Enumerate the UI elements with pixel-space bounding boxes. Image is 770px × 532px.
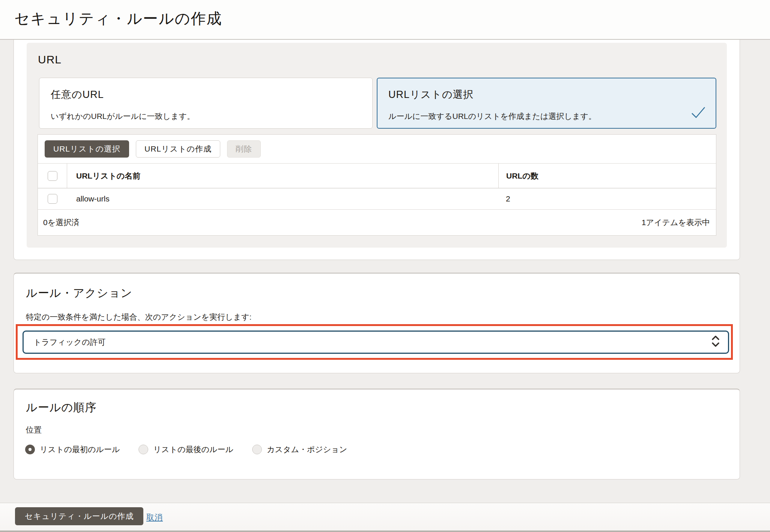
create-url-list-button[interactable]: URLリストの作成: [136, 140, 220, 158]
position-label: 位置: [26, 425, 42, 435]
url-list-box: URLリストの選択 URLリストの作成 削除 URLリストの名前 URLの数 a…: [38, 134, 716, 236]
position-radio-group: リストの最初のルール リストの最後のルール カスタム・ポジション: [25, 444, 347, 455]
table-row[interactable]: allow-urls 2: [38, 188, 716, 210]
radio-label: リストの最後のルール: [153, 444, 233, 455]
radio-last-rule[interactable]: リストの最後のルール: [138, 444, 233, 455]
check-icon: [691, 106, 706, 120]
rule-action-panel: ルール・アクション 特定の一致条件を満たした場合、次のアクションを実行します: …: [14, 273, 740, 373]
radio-selected-icon[interactable]: [25, 445, 35, 454]
rule-action-select-value: トラフィックの許可: [33, 337, 105, 347]
page-title: セキュリティ・ルールの作成: [14, 8, 222, 29]
header-checkbox-cell: [38, 164, 67, 188]
url-option-cards: 任意のURL いずれかのURLがルールに一致します。 URLリストの選択 ルール…: [39, 78, 716, 129]
option-card-title: 任意のURL: [51, 88, 361, 101]
column-header-name: URLリストの名前: [67, 164, 498, 188]
url-panel: URL 任意のURL いずれかのURLがルールに一致します。 URLリストの選択…: [14, 40, 740, 260]
option-card-title: URLリストの選択: [388, 88, 705, 101]
row-count-cell: 2: [498, 188, 716, 209]
option-card-any-url[interactable]: 任意のURL いずれかのURLがルールに一致します。: [39, 78, 373, 129]
rule-order-panel: ルールの順序 位置 リストの最初のルール リストの最後のルール カスタム・ポジシ…: [14, 389, 740, 479]
rule-action-description: 特定の一致条件を満たした場合、次のアクションを実行します:: [26, 312, 251, 322]
row-checkbox[interactable]: [48, 194, 57, 204]
row-name-cell: allow-urls: [67, 188, 498, 209]
option-card-select-url-list[interactable]: URLリストの選択 ルールに一致するURLのリストを作成または選択します。: [377, 78, 716, 129]
selected-count-status: 0を選択済: [43, 217, 79, 228]
rule-action-heading: ルール・アクション: [26, 286, 132, 301]
delete-button[interactable]: 削除: [227, 140, 261, 158]
url-section: URL 任意のURL いずれかのURLがルールに一致します。 URLリストの選択…: [27, 43, 727, 248]
items-shown-status: 1アイテムを表示中: [642, 217, 710, 228]
chevron-up-down-icon: [711, 335, 720, 350]
row-checkbox-cell: [38, 188, 67, 209]
rule-action-select[interactable]: トラフィックの許可: [23, 331, 729, 354]
url-list-toolbar: URLリストの選択 URLリストの作成 削除: [38, 135, 716, 163]
radio-label: カスタム・ポジション: [267, 444, 347, 455]
radio-label: リストの最初のルール: [40, 444, 120, 455]
radio-custom-position[interactable]: カスタム・ポジション: [252, 444, 347, 455]
radio-unselected-icon[interactable]: [252, 445, 262, 454]
page-header: セキュリティ・ルールの作成: [0, 0, 770, 40]
radio-first-rule[interactable]: リストの最初のルール: [25, 444, 120, 455]
url-section-heading: URL: [38, 53, 62, 66]
rule-order-heading: ルールの順序: [26, 400, 96, 415]
table-footer: 0を選択済 1アイテムを表示中: [38, 210, 716, 235]
cancel-link[interactable]: 取消: [146, 512, 163, 523]
select-url-list-button[interactable]: URLリストの選択: [45, 140, 129, 158]
create-security-rule-button[interactable]: セキュリティ・ルールの作成: [15, 507, 143, 525]
column-header-count: URLの数: [498, 164, 716, 188]
url-list-table-header: URLリストの名前 URLの数: [38, 163, 716, 188]
radio-unselected-icon[interactable]: [138, 445, 148, 454]
action-footer: セキュリティ・ルールの作成 取消: [0, 503, 770, 532]
option-card-description: いずれかのURLがルールに一致します。: [51, 111, 361, 122]
select-all-checkbox[interactable]: [48, 171, 57, 181]
option-card-description: ルールに一致するURLのリストを作成または選択します。: [388, 111, 705, 122]
